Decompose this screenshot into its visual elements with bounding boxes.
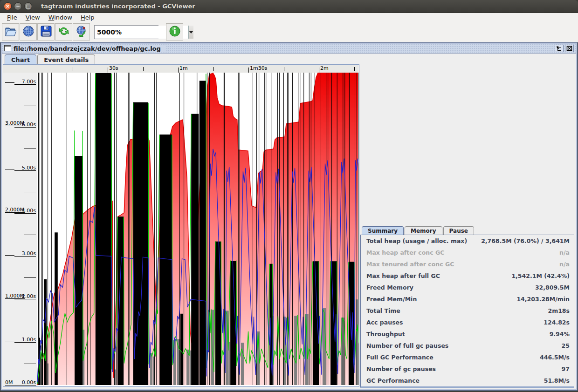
frame-title: file:/home/bandrzejczak/dev/offheap/gc.l… bbox=[14, 45, 165, 52]
summary-row-label: Max heap after conc GC bbox=[366, 249, 559, 256]
summary-row-label: Max tenured after conc GC bbox=[366, 261, 559, 268]
tab-memory[interactable]: Memory bbox=[405, 226, 442, 235]
window-titlebar: × − □ tagtraum industries incorporated -… bbox=[0, 0, 578, 13]
summary-row: Total heap (usage / alloc. max)2,768.5M … bbox=[361, 235, 574, 247]
window-minimize-button[interactable]: − bbox=[14, 2, 22, 10]
summary-row-value: 2m18s bbox=[548, 307, 570, 314]
gc-log-frame: file:/home/bandrzejczak/dev/offheap/gc.l… bbox=[1, 43, 577, 390]
menu-view[interactable]: View bbox=[21, 13, 44, 22]
close-icon bbox=[566, 46, 572, 51]
summary-row-value: 1,542.1M (42.4%) bbox=[511, 272, 570, 279]
summary-row-value: 2,768.5M (76.0%) / 3,641M bbox=[481, 237, 570, 244]
zoom-dropdown-button[interactable] bbox=[188, 26, 193, 39]
summary-row-label: Freed Memory bbox=[366, 284, 535, 291]
summary-row-label: Total heap (usage / alloc. max) bbox=[366, 237, 481, 244]
summary-row: Freed Mem/Min14,203.28M/min bbox=[361, 293, 574, 305]
axis-corner bbox=[3, 65, 37, 73]
open-url-button[interactable] bbox=[20, 23, 37, 41]
restore-icon bbox=[556, 46, 562, 51]
globe-refresh-icon bbox=[76, 25, 88, 39]
globe-icon bbox=[22, 25, 34, 39]
summary-row: Total Time2m18s bbox=[361, 305, 574, 317]
summary-row: Throughput9.94% bbox=[361, 328, 574, 340]
summary-row-label: Number of full gc pauses bbox=[366, 342, 562, 349]
summary-row-value: 32,809.5M bbox=[535, 284, 570, 291]
summary-row: Acc pauses124.82s bbox=[361, 317, 574, 328]
window-title: tagtraum industries incorporated - GCVie… bbox=[41, 3, 195, 10]
chevron-down-icon bbox=[189, 31, 193, 34]
summary-row: Freed Memory32,809.5M bbox=[361, 282, 574, 293]
summary-row-value: 97 bbox=[562, 365, 570, 372]
tab-summary[interactable]: Summary bbox=[362, 226, 404, 235]
toolbar bbox=[0, 22, 578, 42]
summary-row: Max tenured after conc GCn/a bbox=[361, 258, 574, 270]
summary-row-value: 25 bbox=[562, 342, 570, 349]
about-button[interactable] bbox=[166, 23, 183, 41]
summary-tab-bar: Summary Memory Pause bbox=[360, 225, 475, 235]
summary-row-label: Freed Mem/Min bbox=[366, 296, 516, 303]
summary-row-value: n/a bbox=[559, 261, 570, 268]
refresh-button[interactable] bbox=[55, 23, 72, 41]
summary-row-value: 51.8M/s bbox=[544, 377, 570, 384]
summary-row-label: Max heap after full GC bbox=[366, 272, 511, 279]
open-file-button[interactable] bbox=[2, 23, 19, 41]
chart-plot[interactable] bbox=[37, 73, 358, 386]
summary-row: GC Performance51.8M/s bbox=[361, 375, 574, 386]
time-axis: 30s1m1m30s2m bbox=[37, 65, 358, 73]
export-button[interactable] bbox=[37, 23, 55, 41]
refresh-icon bbox=[58, 25, 70, 39]
summary-row-label: Total Time bbox=[366, 307, 548, 314]
tab-chart[interactable]: Chart bbox=[5, 54, 36, 64]
summary-row-value: 14,203.28M/min bbox=[516, 296, 570, 303]
summary-row-label: Acc pauses bbox=[366, 319, 544, 326]
summary-row: Number of full gc pauses25 bbox=[361, 340, 574, 351]
menu-bar: File View Window Help bbox=[0, 13, 578, 22]
summary-row-value: n/a bbox=[559, 249, 570, 256]
frame-restore-button[interactable] bbox=[555, 45, 564, 52]
desktop-pane: file:/home/bandrzejczak/dev/offheap/gc.l… bbox=[0, 42, 578, 392]
summary-row-label: Throughput bbox=[366, 331, 550, 338]
summary-row: Max heap after full GC1,542.1M (42.4%) bbox=[361, 270, 574, 282]
summary-table: Total heap (usage / alloc. max)2,768.5M … bbox=[360, 235, 574, 388]
summary-row-label: Number of gc pauses bbox=[366, 365, 562, 372]
frame-titlebar: file:/home/bandrzejczak/dev/offheap/gc.l… bbox=[2, 44, 576, 54]
save-icon bbox=[40, 25, 52, 39]
window-close-button[interactable]: × bbox=[4, 2, 12, 10]
menu-file[interactable]: File bbox=[3, 13, 21, 22]
folder-icon bbox=[5, 26, 17, 39]
frame-tab-bar: Chart Event details bbox=[2, 54, 576, 64]
document-icon bbox=[4, 44, 11, 53]
summary-panel: Summary Memory Pause Total heap (usage /… bbox=[359, 64, 576, 389]
info-icon bbox=[169, 25, 181, 39]
frame-content: 30s1m1m30s2m 0.00s1.00s2.00s3.00s4.00s5.… bbox=[2, 64, 576, 389]
value-axes: 0.00s1.00s2.00s3.00s4.00s5.00s6.00s7.00s… bbox=[3, 73, 37, 386]
frame-close-button[interactable] bbox=[565, 45, 574, 52]
summary-row-value: 446.5M/s bbox=[540, 354, 570, 361]
window-maximize-button[interactable]: □ bbox=[24, 2, 32, 10]
summary-row-label: Full GC Performance bbox=[366, 354, 540, 361]
tab-event-details[interactable]: Event details bbox=[37, 54, 95, 64]
summary-row-label: GC Performance bbox=[366, 377, 544, 384]
menu-help[interactable]: Help bbox=[76, 13, 99, 22]
summary-row-value: 9.94% bbox=[550, 331, 570, 338]
summary-row: Number of gc pauses97 bbox=[361, 363, 574, 375]
summary-row: Max heap after conc GCn/a bbox=[361, 247, 574, 258]
app-window: × − □ tagtraum industries incorporated -… bbox=[0, 0, 578, 392]
gc-chart[interactable]: 30s1m1m30s2m 0.00s1.00s2.00s3.00s4.00s5.… bbox=[3, 64, 359, 387]
watch-button[interactable] bbox=[73, 23, 90, 41]
summary-row-value: 124.82s bbox=[544, 319, 570, 326]
tab-pause[interactable]: Pause bbox=[443, 226, 474, 235]
zoom-combobox[interactable] bbox=[94, 25, 158, 39]
summary-row: Full GC Performance446.5M/s bbox=[361, 351, 574, 363]
menu-window[interactable]: Window bbox=[44, 13, 76, 22]
